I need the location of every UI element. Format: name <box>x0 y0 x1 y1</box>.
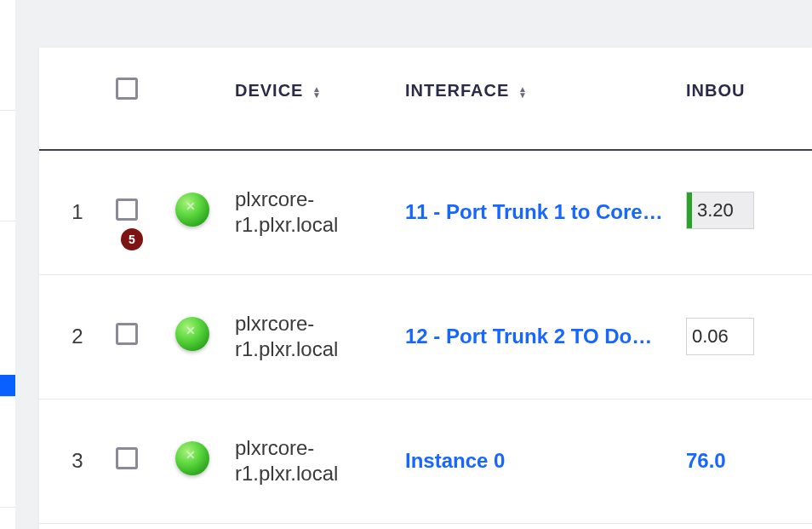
select-all-checkbox[interactable] <box>116 78 138 100</box>
header-device-label: DEVICE <box>235 81 303 100</box>
router-icon <box>175 193 209 227</box>
device-name[interactable]: plxrcore-r1.plxr.local <box>235 435 405 486</box>
row-checkbox[interactable] <box>116 323 138 345</box>
sidebar-stub <box>0 0 15 529</box>
sidebar-segment-active[interactable] <box>0 375 15 397</box>
device-name[interactable]: plxrcore-r1.plxr.local <box>235 187 405 238</box>
row-checkbox[interactable] <box>116 447 138 469</box>
interface-link[interactable]: Instance 0 <box>405 449 686 473</box>
sidebar-segment[interactable] <box>0 111 15 221</box>
header-blank <box>39 48 116 150</box>
metric-value: 3.20 <box>697 199 734 221</box>
header-device[interactable]: DEVICE ▲▼ <box>235 48 405 150</box>
table-row: 1 plxrcore-r1.plxr.local 11 - Port Trunk… <box>39 150 812 274</box>
badge-count: 5 <box>129 233 135 246</box>
sidebar-segment[interactable] <box>0 0 15 111</box>
inbound-metric: 0.06 <box>686 318 754 355</box>
data-panel: DEVICE ▲▼ INTERFACE ▲▼ INBOU 1 plxrcore-… <box>39 48 812 529</box>
row-number: 1 <box>39 150 116 274</box>
sidebar-segment[interactable] <box>0 397 15 508</box>
router-icon <box>175 317 209 351</box>
interface-link[interactable]: 12 - Port Trunk 2 TO Do… <box>405 325 686 348</box>
table-row: 3 plxrcore-r1.plxr.local Instance 0 76.0 <box>39 399 812 523</box>
device-name[interactable]: plxrcore-r1.plxr.local <box>235 311 405 362</box>
interface-link[interactable]: 11 - Port Trunk 1 to Core… <box>405 200 686 224</box>
header-blank-icon <box>175 48 235 150</box>
header-interface[interactable]: INTERFACE ▲▼ <box>405 48 686 150</box>
header-inbound-label: INBOU <box>686 81 745 100</box>
header-checkbox <box>116 48 175 150</box>
sort-icon[interactable]: ▲▼ <box>518 86 528 98</box>
table-header-row: DEVICE ▲▼ INTERFACE ▲▼ INBOU <box>39 48 812 150</box>
metric-value: 0.06 <box>687 325 729 348</box>
inbound-metric-link[interactable]: 76.0 <box>686 449 726 472</box>
header-interface-label: INTERFACE <box>405 81 509 100</box>
row-number: 2 <box>39 274 116 399</box>
inbound-metric: 3.20 <box>686 192 754 229</box>
row-number: 3 <box>39 399 116 523</box>
header-inbound[interactable]: INBOU <box>686 48 812 150</box>
interface-table: DEVICE ▲▼ INTERFACE ▲▼ INBOU 1 plxrcore-… <box>39 48 812 524</box>
sort-icon[interactable]: ▲▼ <box>312 86 322 98</box>
row-checkbox[interactable] <box>116 198 138 221</box>
table-row: 2 plxrcore-r1.plxr.local 12 - Port Trunk… <box>39 274 812 399</box>
alert-badge[interactable]: 5 <box>121 228 143 250</box>
metric-bar <box>687 193 692 228</box>
router-icon <box>175 441 209 475</box>
